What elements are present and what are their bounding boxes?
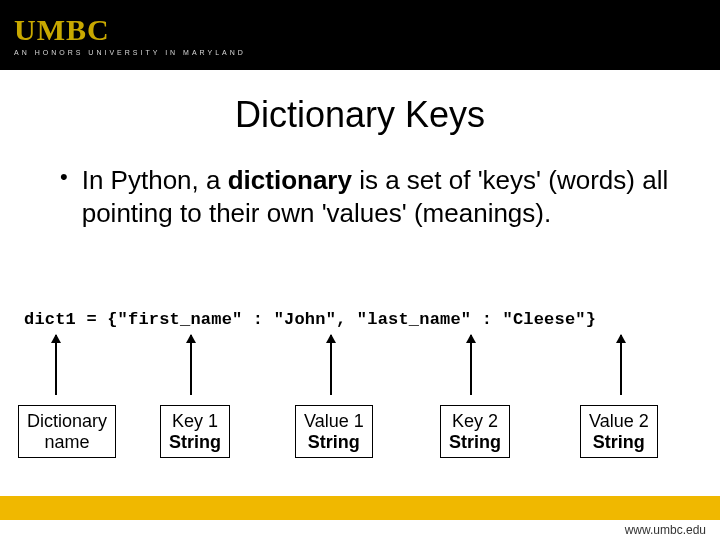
- logo-block: UMBC AN HONORS UNIVERSITY IN MARYLAND: [14, 15, 246, 56]
- label-dictname: Dictionary name: [18, 405, 116, 458]
- label-line: Value 2: [589, 411, 649, 431]
- label-line: Dictionary: [27, 411, 107, 431]
- header-bar: UMBC AN HONORS UNIVERSITY IN MARYLAND: [0, 0, 720, 70]
- label-line: String: [308, 432, 360, 452]
- bullet-marker: •: [60, 164, 68, 190]
- label-line: String: [593, 432, 645, 452]
- arrow-dictname: [55, 335, 57, 395]
- label-key2: Key 2 String: [440, 405, 510, 458]
- logo-main: UMBC: [14, 15, 246, 45]
- logo-subtitle: AN HONORS UNIVERSITY IN MARYLAND: [14, 49, 246, 56]
- label-value2: Value 2 String: [580, 405, 658, 458]
- bullet-item: • In Python, a dictionary is a set of 'k…: [60, 164, 670, 229]
- arrow-value1: [330, 335, 332, 395]
- label-line: String: [169, 432, 221, 452]
- arrow-key1: [190, 335, 192, 395]
- slide-title: Dictionary Keys: [0, 94, 720, 136]
- code-example: dict1 = {"first_name" : "John", "last_na…: [24, 310, 596, 329]
- bullet-text: In Python, a dictionary is a set of 'key…: [82, 164, 670, 229]
- label-line: name: [45, 432, 90, 452]
- arrow-value2: [620, 335, 622, 395]
- label-line: Key 2: [452, 411, 498, 431]
- label-line: Key 1: [172, 411, 218, 431]
- label-line: Value 1: [304, 411, 364, 431]
- label-value1: Value 1 String: [295, 405, 373, 458]
- label-key1: Key 1 String: [160, 405, 230, 458]
- arrow-key2: [470, 335, 472, 395]
- footer-bar: [0, 496, 720, 520]
- label-line: String: [449, 432, 501, 452]
- bullet-pre: In Python, a: [82, 165, 228, 195]
- footer-url: www.umbc.edu: [625, 523, 706, 537]
- bullet-bold: dictionary: [228, 165, 352, 195]
